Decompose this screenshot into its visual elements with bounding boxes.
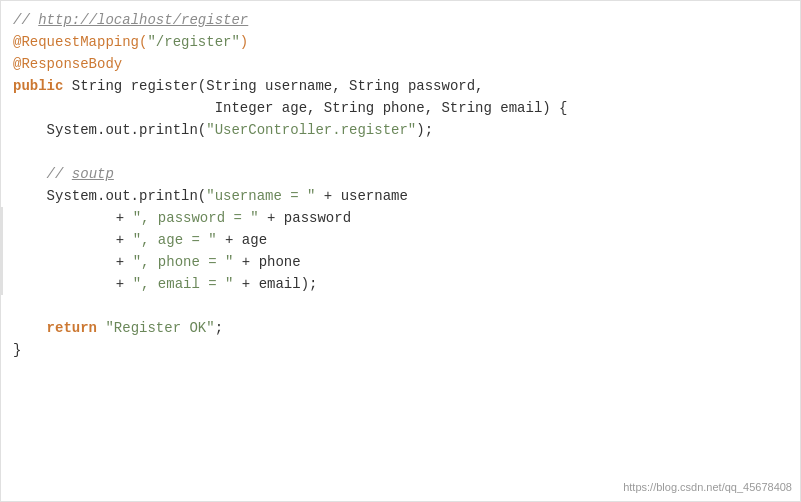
string-age-eq: ", age = " (133, 229, 217, 251)
annotation-requestmapping: @RequestMapping( (13, 31, 147, 53)
string-usercontroller: "UserController.register" (206, 119, 416, 141)
string-password-eq: ", password = " (133, 207, 259, 229)
indent-line13: + (15, 273, 133, 295)
indent-line11: + (15, 229, 133, 251)
indent-line15 (13, 317, 47, 339)
comment-url: http://localhost/register (38, 9, 248, 31)
indent-line6: System.out.println( (13, 119, 206, 141)
string-register-ok: "Register OK" (105, 317, 214, 339)
plus-password: + password (259, 207, 351, 229)
code-line-5: Integer age, String phone, String email)… (1, 97, 800, 119)
plus-phone: + phone (233, 251, 300, 273)
plus-username: + username (315, 185, 407, 207)
string-phone-eq: ", phone = " (133, 251, 234, 273)
code-line-16: } (1, 339, 800, 361)
annotation-close: ) (240, 31, 248, 53)
indent-line8 (13, 163, 47, 185)
indent-line9: System.out.println( (13, 185, 206, 207)
code-line-15: return "Register OK"; (1, 317, 800, 339)
code-line-3: @ResponseBody (1, 53, 800, 75)
keyword-return: return (47, 317, 97, 339)
code-line-6: System.out.println("UserController.regis… (1, 119, 800, 141)
comment-soutp: // (47, 163, 72, 185)
code-line-2: @RequestMapping("/register") (1, 31, 800, 53)
plus-email: + email); (233, 273, 317, 295)
comment-slashes: // (13, 9, 38, 31)
watermark: https://blog.csdn.net/qq_45678408 (623, 481, 792, 493)
code-line-12: + ", phone = " + phone (1, 251, 800, 273)
code-line-8: // soutp (1, 163, 800, 185)
string-username-eq: "username = " (206, 185, 315, 207)
plus-age: + age (217, 229, 267, 251)
code-line-10: + ", password = " + password (1, 207, 800, 229)
code-line-13: + ", email = " + email); (1, 273, 800, 295)
string-register-path: "/register" (147, 31, 239, 53)
space-return (97, 317, 105, 339)
code-line-14 (1, 295, 800, 317)
code-line-1: // http://localhost/register (1, 9, 800, 31)
string-email-eq: ", email = " (133, 273, 234, 295)
code-line-9: System.out.println("username = " + usern… (1, 185, 800, 207)
indent-space: Integer age, String phone, String email)… (13, 97, 568, 119)
keyword-public: public (13, 75, 63, 97)
space1: String register(String username, String … (63, 75, 483, 97)
code-line-11: + ", age = " + age (1, 229, 800, 251)
code-line-7 (1, 141, 800, 163)
close-paren-line6: ); (416, 119, 433, 141)
code-line-4: public String register(String username, … (1, 75, 800, 97)
annotation-responsebody: @ResponseBody (13, 53, 122, 75)
soutp-text: soutp (72, 163, 114, 185)
indent-line12: + (15, 251, 133, 273)
indent-line10: + (15, 207, 133, 229)
code-editor: // http://localhost/register @RequestMap… (0, 0, 801, 502)
closing-brace: } (13, 339, 21, 361)
semicolon-return: ; (215, 317, 223, 339)
